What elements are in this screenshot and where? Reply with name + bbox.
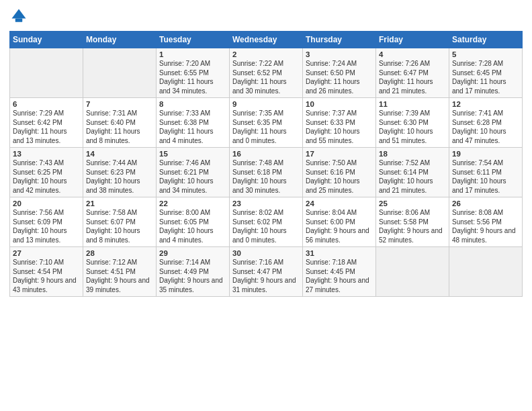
calendar-day-cell: 25Sunrise: 8:06 AM Sunset: 5:58 PM Dayli…	[376, 197, 449, 247]
day-number: 31	[306, 249, 373, 257]
calendar-day-header: Friday	[376, 32, 449, 48]
day-info: Sunrise: 7:24 AM Sunset: 6:50 PM Dayligh…	[306, 59, 373, 95]
calendar-day-header: Thursday	[303, 32, 376, 48]
day-number: 21	[86, 199, 153, 208]
day-info: Sunrise: 7:44 AM Sunset: 6:23 PM Dayligh…	[86, 158, 153, 195]
calendar-day-cell	[376, 247, 449, 297]
calendar-week-row: 1Sunrise: 7:20 AM Sunset: 6:55 PM Daylig…	[10, 48, 523, 98]
day-number: 3	[306, 50, 373, 58]
day-info: Sunrise: 7:35 AM Sunset: 6:35 PM Dayligh…	[232, 109, 300, 145]
calendar-day-cell: 30Sunrise: 7:16 AM Sunset: 4:47 PM Dayli…	[230, 247, 303, 297]
calendar-day-cell: 9Sunrise: 7:35 AM Sunset: 6:35 PM Daylig…	[230, 98, 303, 148]
day-info: Sunrise: 7:22 AM Sunset: 6:52 PM Dayligh…	[232, 59, 300, 95]
day-number: 9	[232, 100, 300, 108]
calendar-day-cell: 19Sunrise: 7:54 AM Sunset: 6:11 PM Dayli…	[449, 148, 523, 197]
calendar-day-cell	[83, 48, 157, 98]
day-number: 26	[452, 199, 519, 208]
calendar-day-cell: 20Sunrise: 7:56 AM Sunset: 6:09 PM Dayli…	[10, 197, 83, 247]
day-number: 20	[13, 199, 80, 208]
day-info: Sunrise: 7:14 AM Sunset: 4:49 PM Dayligh…	[159, 258, 226, 294]
day-info: Sunrise: 7:26 AM Sunset: 6:47 PM Dayligh…	[379, 59, 446, 95]
day-number: 23	[232, 199, 300, 208]
day-number: 25	[379, 199, 446, 208]
calendar-day-cell	[449, 247, 523, 297]
day-number: 18	[379, 150, 446, 158]
logo	[9, 7, 31, 26]
day-info: Sunrise: 7:46 AM Sunset: 6:21 PM Dayligh…	[159, 158, 226, 195]
logo-icon	[9, 7, 28, 26]
day-info: Sunrise: 7:50 AM Sunset: 6:16 PM Dayligh…	[306, 158, 373, 195]
calendar-week-row: 13Sunrise: 7:43 AM Sunset: 6:25 PM Dayli…	[10, 148, 523, 197]
day-info: Sunrise: 7:43 AM Sunset: 6:25 PM Dayligh…	[13, 158, 80, 195]
calendar-day-cell: 29Sunrise: 7:14 AM Sunset: 4:49 PM Dayli…	[157, 247, 230, 297]
calendar-table: SundayMondayTuesdayWednesdayThursdayFrid…	[9, 31, 523, 297]
day-number: 29	[159, 249, 226, 257]
calendar-day-cell: 18Sunrise: 7:52 AM Sunset: 6:14 PM Dayli…	[376, 148, 449, 197]
calendar-week-row: 6Sunrise: 7:29 AM Sunset: 6:42 PM Daylig…	[10, 98, 523, 148]
calendar-day-cell: 24Sunrise: 8:04 AM Sunset: 6:00 PM Dayli…	[303, 197, 376, 247]
calendar-day-cell: 11Sunrise: 7:39 AM Sunset: 6:30 PM Dayli…	[376, 98, 449, 148]
day-number: 12	[452, 100, 519, 108]
day-number: 28	[86, 249, 153, 257]
page-header	[9, 7, 523, 26]
calendar-day-cell: 5Sunrise: 7:28 AM Sunset: 6:45 PM Daylig…	[449, 48, 523, 98]
day-number: 19	[452, 150, 519, 158]
calendar-day-cell: 8Sunrise: 7:33 AM Sunset: 6:38 PM Daylig…	[157, 98, 230, 148]
calendar-day-cell	[10, 48, 83, 98]
calendar-day-header: Monday	[83, 32, 157, 48]
calendar-day-cell: 16Sunrise: 7:48 AM Sunset: 6:18 PM Dayli…	[230, 148, 303, 197]
day-info: Sunrise: 7:12 AM Sunset: 4:51 PM Dayligh…	[86, 258, 153, 294]
day-number: 14	[86, 150, 153, 158]
day-info: Sunrise: 7:52 AM Sunset: 6:14 PM Dayligh…	[379, 158, 446, 195]
calendar-day-cell: 31Sunrise: 7:18 AM Sunset: 4:45 PM Dayli…	[303, 247, 376, 297]
day-info: Sunrise: 7:33 AM Sunset: 6:38 PM Dayligh…	[159, 109, 226, 145]
day-info: Sunrise: 7:37 AM Sunset: 6:33 PM Dayligh…	[306, 109, 373, 145]
day-info: Sunrise: 7:29 AM Sunset: 6:42 PM Dayligh…	[13, 109, 80, 145]
day-info: Sunrise: 8:06 AM Sunset: 5:58 PM Dayligh…	[379, 208, 446, 244]
calendar-day-cell: 1Sunrise: 7:20 AM Sunset: 6:55 PM Daylig…	[157, 48, 230, 98]
day-info: Sunrise: 8:02 AM Sunset: 6:02 PM Dayligh…	[232, 208, 300, 244]
day-number: 7	[86, 100, 153, 108]
day-info: Sunrise: 7:10 AM Sunset: 4:54 PM Dayligh…	[13, 258, 80, 294]
calendar-header-row: SundayMondayTuesdayWednesdayThursdayFrid…	[10, 32, 523, 48]
calendar-week-row: 20Sunrise: 7:56 AM Sunset: 6:09 PM Dayli…	[10, 197, 523, 247]
day-info: Sunrise: 7:28 AM Sunset: 6:45 PM Dayligh…	[452, 59, 519, 95]
calendar-day-cell: 12Sunrise: 7:41 AM Sunset: 6:28 PM Dayli…	[449, 98, 523, 148]
calendar-day-header: Tuesday	[157, 32, 230, 48]
calendar-day-cell: 21Sunrise: 7:58 AM Sunset: 6:07 PM Dayli…	[83, 197, 157, 247]
day-number: 24	[306, 199, 373, 208]
day-number: 27	[13, 249, 80, 257]
day-number: 30	[232, 249, 300, 257]
calendar-day-cell: 26Sunrise: 8:08 AM Sunset: 5:56 PM Dayli…	[449, 197, 523, 247]
day-info: Sunrise: 7:56 AM Sunset: 6:09 PM Dayligh…	[13, 208, 80, 244]
calendar-day-cell: 2Sunrise: 7:22 AM Sunset: 6:52 PM Daylig…	[230, 48, 303, 98]
calendar-day-cell: 27Sunrise: 7:10 AM Sunset: 4:54 PM Dayli…	[10, 247, 83, 297]
day-number: 5	[452, 50, 519, 58]
calendar-day-cell: 4Sunrise: 7:26 AM Sunset: 6:47 PM Daylig…	[376, 48, 449, 98]
day-info: Sunrise: 7:20 AM Sunset: 6:55 PM Dayligh…	[159, 59, 226, 95]
day-info: Sunrise: 7:16 AM Sunset: 4:47 PM Dayligh…	[232, 258, 300, 294]
calendar-day-cell: 10Sunrise: 7:37 AM Sunset: 6:33 PM Dayli…	[303, 98, 376, 148]
calendar-day-cell: 22Sunrise: 8:00 AM Sunset: 6:05 PM Dayli…	[157, 197, 230, 247]
calendar-day-header: Wednesday	[230, 32, 303, 48]
day-info: Sunrise: 7:48 AM Sunset: 6:18 PM Dayligh…	[232, 158, 300, 195]
calendar-day-cell: 7Sunrise: 7:31 AM Sunset: 6:40 PM Daylig…	[83, 98, 157, 148]
calendar-day-cell: 3Sunrise: 7:24 AM Sunset: 6:50 PM Daylig…	[303, 48, 376, 98]
day-number: 16	[232, 150, 300, 158]
day-info: Sunrise: 7:54 AM Sunset: 6:11 PM Dayligh…	[452, 158, 519, 195]
day-info: Sunrise: 7:41 AM Sunset: 6:28 PM Dayligh…	[452, 109, 519, 145]
day-info: Sunrise: 8:08 AM Sunset: 5:56 PM Dayligh…	[452, 208, 519, 244]
day-number: 1	[159, 50, 226, 58]
calendar-day-cell: 17Sunrise: 7:50 AM Sunset: 6:16 PM Dayli…	[303, 148, 376, 197]
calendar-day-header: Sunday	[10, 32, 83, 48]
day-info: Sunrise: 7:39 AM Sunset: 6:30 PM Dayligh…	[379, 109, 446, 145]
calendar-day-cell: 15Sunrise: 7:46 AM Sunset: 6:21 PM Dayli…	[157, 148, 230, 197]
day-number: 10	[306, 100, 373, 108]
day-info: Sunrise: 7:18 AM Sunset: 4:45 PM Dayligh…	[306, 258, 373, 294]
day-info: Sunrise: 7:31 AM Sunset: 6:40 PM Dayligh…	[86, 109, 153, 145]
calendar-day-cell: 23Sunrise: 8:02 AM Sunset: 6:02 PM Dayli…	[230, 197, 303, 247]
day-number: 4	[379, 50, 446, 58]
svg-rect-1	[15, 19, 23, 22]
day-number: 22	[159, 199, 226, 208]
calendar-day-cell: 13Sunrise: 7:43 AM Sunset: 6:25 PM Dayli…	[10, 148, 83, 197]
